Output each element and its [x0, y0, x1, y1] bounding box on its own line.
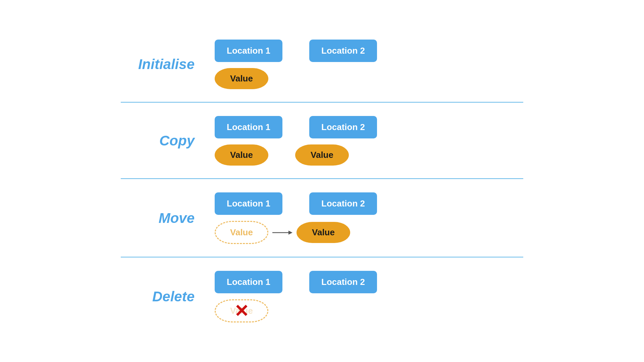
- value-ellipse2-copy: Value: [295, 144, 349, 166]
- diagram: Initialise Location 1 Location 2 Value C…: [121, 26, 523, 336]
- move-value-row: Value Value: [215, 221, 350, 244]
- diagram-area-move: Location 1 Location 2 Value Value: [215, 192, 523, 244]
- delete-value-wrapper: Value ✕: [215, 299, 268, 322]
- move-arrow: [268, 229, 297, 237]
- location-row-delete: Location 1 Location 2: [215, 271, 377, 293]
- diagram-area-initialise: Location 1 Location 2 Value: [215, 40, 523, 89]
- location2-copy: Location 2: [309, 116, 377, 138]
- label-copy: Copy: [121, 133, 215, 149]
- location1-copy: Location 1: [215, 116, 282, 138]
- location2-initialise: Location 2: [309, 40, 377, 62]
- location2-move: Location 2: [309, 192, 377, 215]
- label-move: Move: [121, 210, 215, 226]
- location2-delete: Location 2: [309, 271, 377, 293]
- location1-delete: Location 1: [215, 271, 282, 293]
- row-move: Move Location 1 Location 2 Value Value: [121, 179, 523, 257]
- svg-marker-1: [288, 231, 292, 235]
- value-row-copy: Value Value: [215, 144, 349, 166]
- label-initialise: Initialise: [121, 56, 215, 72]
- location1-move: Location 1: [215, 192, 282, 215]
- location1-initialise: Location 1: [215, 40, 282, 62]
- row-delete: Delete Location 1 Location 2 Value ✕: [121, 257, 523, 336]
- diagram-area-copy: Location 1 Location 2 Value Value: [215, 116, 523, 166]
- value-ellipse-move: Value: [297, 222, 350, 243]
- diagram-area-delete: Location 1 Location 2 Value ✕: [215, 271, 523, 322]
- location-row-move: Location 1 Location 2: [215, 192, 377, 215]
- location-row-copy: Location 1 Location 2: [215, 116, 377, 138]
- row-initialise: Initialise Location 1 Location 2 Value: [121, 26, 523, 103]
- value-row-delete: Value ✕: [215, 299, 268, 322]
- value-ghost-move: Value: [215, 221, 268, 244]
- value-row-initialise: Value: [215, 68, 268, 89]
- label-delete: Delete: [121, 289, 215, 305]
- value-ellipse-initialise: Value: [215, 68, 268, 89]
- value-ghost-text: Value: [230, 306, 253, 316]
- location-row-initialise: Location 1 Location 2: [215, 40, 377, 62]
- value-ghost-delete: Value: [215, 299, 268, 322]
- row-copy: Copy Location 1 Location 2 Value Value: [121, 103, 523, 179]
- value-ellipse1-copy: Value: [215, 144, 268, 166]
